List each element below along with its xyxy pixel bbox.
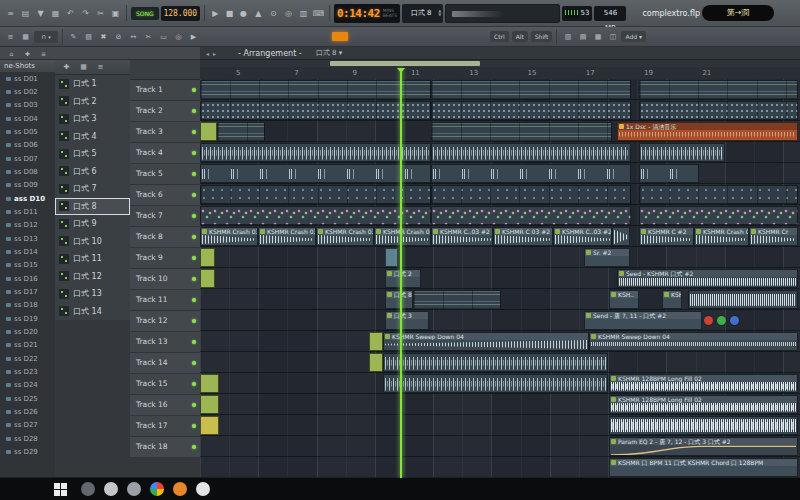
clip[interactable]: [688, 290, 798, 309]
modifier-key-ctrl[interactable]: Ctrl: [490, 31, 509, 42]
clip[interactable]: [639, 143, 725, 162]
mini-clip[interactable]: [369, 332, 383, 351]
clip[interactable]: [200, 101, 431, 120]
browser-item[interactable]: ss D06: [0, 139, 55, 152]
select-tool-icon[interactable]: ▭: [157, 31, 170, 43]
add-button[interactable]: Add ▾: [621, 31, 646, 42]
playhead[interactable]: [400, 68, 402, 478]
taskbar-icon-app-silver-1[interactable]: [104, 482, 118, 496]
track-row[interactable]: Track 17: [130, 416, 200, 437]
step-edit-icon[interactable]: ▥: [297, 6, 310, 20]
paste-icon[interactable]: ▣: [109, 6, 122, 20]
clip[interactable]: [639, 101, 798, 120]
delete-tool-icon[interactable]: ✖: [97, 31, 110, 43]
clip[interactable]: KSHMR Crash 03: [316, 227, 374, 246]
browser-item[interactable]: ss D02: [0, 85, 55, 98]
track-row[interactable]: Track 10: [130, 269, 200, 290]
browser-item[interactable]: ss D18: [0, 299, 55, 312]
fx-badge-green[interactable]: [717, 316, 726, 325]
browser-item[interactable]: ss D26: [0, 405, 55, 418]
track-row[interactable]: Track 2: [130, 101, 200, 122]
piano-roll-icon[interactable]: ▤: [576, 31, 589, 43]
tempo-display[interactable]: 128.000: [161, 6, 200, 21]
record-button-icon[interactable]: ●: [237, 6, 250, 20]
pattern-item[interactable]: 口式 14: [55, 303, 130, 321]
clip[interactable]: KSHMR C #2: [639, 227, 694, 246]
track-mute-led[interactable]: [192, 403, 196, 407]
track-mute-led[interactable]: [192, 382, 196, 386]
typing-keyboard-icon[interactable]: ⌨: [312, 6, 325, 20]
clip[interactable]: [431, 122, 612, 141]
add-pattern-icon[interactable]: ✚: [60, 62, 73, 72]
clip[interactable]: [200, 206, 431, 225]
browser-item[interactable]: ss D15: [0, 259, 55, 272]
nav-left-icon[interactable]: ◂: [206, 50, 209, 57]
stop-button-icon[interactable]: ■: [223, 6, 236, 20]
wait-input-icon[interactable]: ⊙: [267, 6, 280, 20]
browser-item[interactable]: ss D03: [0, 99, 55, 112]
fl-menu-icon[interactable]: ≡: [4, 6, 17, 20]
mini-clip[interactable]: [200, 416, 219, 435]
track-mute-led[interactable]: [192, 235, 196, 239]
clip[interactable]: [200, 80, 431, 99]
clip[interactable]: 口式 2: [385, 269, 421, 288]
clip[interactable]: KSHMR C 03 #2: [493, 227, 553, 246]
metronome-icon[interactable]: ▲: [252, 6, 265, 20]
browser-item[interactable]: ss D14: [0, 245, 55, 258]
clip[interactable]: Send - 唐 7, 11 - 口式 #2: [584, 311, 702, 330]
snap-selector[interactable]: ∩ ▾: [34, 31, 58, 43]
playlist-grid[interactable]: 579111315171921 1x Dsc - 清洁音乐KSHMR Crash…: [200, 60, 800, 478]
clip[interactable]: [609, 416, 798, 435]
track-mute-led[interactable]: [192, 319, 196, 323]
clip[interactable]: 口式 8: [385, 290, 413, 309]
clip[interactable]: KSHMR Crash 03: [694, 227, 749, 246]
track-row[interactable]: Track 9: [130, 248, 200, 269]
mini-clip[interactable]: [385, 248, 398, 267]
pattern-item[interactable]: 口式 10: [55, 233, 130, 251]
mini-clip[interactable]: [200, 269, 215, 288]
track-row[interactable]: Track 18: [130, 437, 200, 458]
export-icon[interactable]: ▦: [49, 6, 62, 20]
track-row[interactable]: Track 13: [130, 332, 200, 353]
grid-icon[interactable]: ▦: [19, 31, 32, 43]
start-button windows-logo-icon[interactable]: [54, 483, 67, 496]
clip[interactable]: [200, 185, 431, 204]
redo-icon[interactable]: ↷: [79, 6, 92, 20]
pattern-item[interactable]: 口式 8: [55, 198, 130, 216]
clip[interactable]: [639, 80, 798, 99]
clip[interactable]: KSHMR Crash 03: [258, 227, 316, 246]
browser-item[interactable]: ss D20: [0, 325, 55, 338]
clip[interactable]: [200, 164, 431, 183]
track-mute-led[interactable]: [192, 193, 196, 197]
taskbar-icon-app-chrome[interactable]: [150, 482, 164, 496]
clip[interactable]: [200, 143, 431, 162]
track-row[interactable]: Track 1: [130, 80, 200, 101]
panel-menu-icon[interactable]: ≡: [4, 31, 17, 43]
browser-item[interactable]: ss D27: [0, 419, 55, 432]
open-file-icon[interactable]: ▤: [19, 6, 32, 20]
clip[interactable]: KSHMR Sweep Down 04: [383, 332, 589, 351]
track-mute-led[interactable]: [192, 256, 196, 260]
pattern-item[interactable]: 口式 13: [55, 285, 130, 303]
clip[interactable]: 1x Dsc - 清洁音乐: [617, 122, 798, 141]
track-mute-led[interactable]: [192, 445, 196, 449]
browser-item[interactable]: ss D16: [0, 272, 55, 285]
clip[interactable]: KSHMR 128BPM Long Fill 02: [609, 395, 798, 414]
add-icon[interactable]: ✚: [21, 48, 34, 59]
slip-tool-icon[interactable]: ↔: [127, 31, 140, 43]
clip[interactable]: Seed - KSHMR 口式 #2: [617, 269, 798, 288]
browser-item[interactable]: ss D09: [0, 179, 55, 192]
fx-badge-blue[interactable]: [730, 316, 739, 325]
taskbar-icon-app-globe[interactable]: [81, 482, 95, 496]
clip[interactable]: KSHMR Crash 03: [374, 227, 431, 246]
track-row[interactable]: Track 8: [130, 227, 200, 248]
pattern-item[interactable]: 口式 4: [55, 128, 130, 146]
clip[interactable]: KSH..: [609, 290, 639, 309]
mini-clip[interactable]: [200, 374, 219, 393]
mini-clip[interactable]: [200, 122, 217, 141]
mini-clip[interactable]: [369, 353, 383, 372]
clip[interactable]: KSH: [662, 290, 682, 309]
track-mute-led[interactable]: [192, 151, 196, 155]
track-mute-led[interactable]: [192, 277, 196, 281]
modifier-key-shift[interactable]: Shift: [531, 31, 553, 42]
